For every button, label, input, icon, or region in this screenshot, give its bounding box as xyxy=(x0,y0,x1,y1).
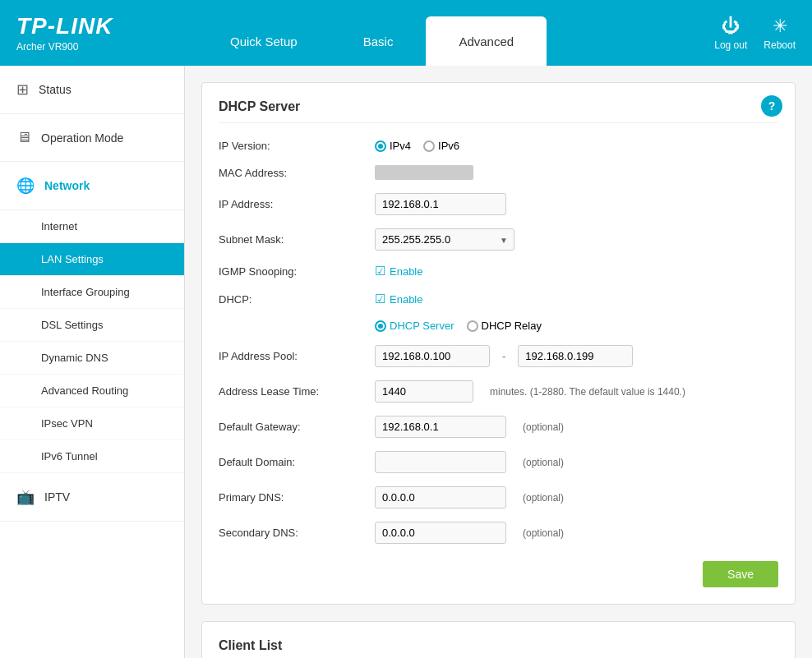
secondary-dns-value: (optional) xyxy=(375,522,564,544)
help-button[interactable]: ? xyxy=(761,95,782,117)
primary-dns-label: Primary DNS: xyxy=(219,491,375,504)
dhcp-mode-row: DHCP Server DHCP Relay xyxy=(219,320,778,332)
ipv6-label: IPv6 xyxy=(438,140,459,152)
dhcp-server-title: DHCP Server xyxy=(219,99,778,123)
secondary-dns-hint: (optional) xyxy=(523,527,564,539)
network-icon: 🌐 xyxy=(16,177,35,195)
ip-address-input[interactable] xyxy=(375,193,506,215)
dhcp-relay-radio-label[interactable]: DHCP Relay xyxy=(467,320,542,332)
sidebar-sub-item-ipsec-vpn[interactable]: IPsec VPN xyxy=(0,407,184,440)
mac-address-value xyxy=(375,165,473,180)
lease-time-value: minutes. (1-2880. The default value is 1… xyxy=(375,380,685,403)
default-gateway-label: Default Gateway: xyxy=(219,421,375,433)
dhcp-mode-options: DHCP Server DHCP Relay xyxy=(375,320,542,332)
ip-pool-end-input[interactable] xyxy=(518,345,633,367)
primary-dns-hint: (optional) xyxy=(523,492,564,504)
sidebar-sub-item-internet[interactable]: Internet xyxy=(0,210,184,243)
sidebar-sub-item-advanced-routing[interactable]: Advanced Routing xyxy=(0,375,184,407)
logout-button[interactable]: ⏻ Log out xyxy=(714,16,747,51)
header: TP-LINK Archer VR900 Quick Setup Basic A… xyxy=(0,0,812,66)
primary-dns-row: Primary DNS: (optional) xyxy=(219,486,778,508)
client-list-title: Client List xyxy=(219,638,778,658)
sidebar-item-network[interactable]: 🌐 Network xyxy=(0,162,184,210)
default-domain-input[interactable] xyxy=(375,451,506,473)
pool-dash: - xyxy=(498,350,510,362)
operation-mode-icon: 🖥 xyxy=(16,129,31,146)
dhcp-label: DHCP: xyxy=(219,293,375,306)
igmp-snooping-checkbox[interactable]: ☑ Enable xyxy=(375,264,422,278)
mac-address-label: MAC Address: xyxy=(219,167,375,179)
primary-dns-input[interactable] xyxy=(375,486,506,508)
dhcp-row: DHCP: ☑ Enable xyxy=(219,292,778,306)
tab-basic[interactable]: Basic xyxy=(330,16,427,66)
iptv-icon: 📺 xyxy=(16,488,35,506)
igmp-snooping-label: IGMP Snooping: xyxy=(219,265,375,278)
dhcp-relay-radio[interactable] xyxy=(467,320,478,332)
dhcp-server-option: DHCP Server xyxy=(390,320,454,332)
sidebar-item-label-status: Status xyxy=(39,83,72,96)
ipv6-radio-label[interactable]: IPv6 xyxy=(423,140,459,152)
sidebar-sub-item-dsl-settings[interactable]: DSL Settings xyxy=(0,309,184,342)
secondary-dns-input[interactable] xyxy=(375,522,506,544)
ipv4-radio[interactable] xyxy=(375,140,386,152)
igmp-snooping-text: Enable xyxy=(390,265,422,278)
dhcp-relay-option: DHCP Relay xyxy=(482,320,542,332)
secondary-dns-label: Secondary DNS: xyxy=(219,527,375,539)
mac-address-row: MAC Address: xyxy=(219,165,778,180)
sidebar-sub-item-interface-grouping[interactable]: Interface Grouping xyxy=(0,276,184,309)
sidebar-item-label-operation-mode: Operation Mode xyxy=(41,131,123,145)
sidebar-sub-item-dynamic-dns[interactable]: Dynamic DNS xyxy=(0,342,184,375)
default-gateway-hint: (optional) xyxy=(523,421,564,433)
primary-dns-value: (optional) xyxy=(375,486,564,508)
default-domain-row: Default Domain: (optional) xyxy=(219,451,778,473)
default-domain-hint: (optional) xyxy=(523,457,564,468)
subnet-mask-select[interactable]: 255.255.255.0 xyxy=(375,228,514,251)
dhcp-server-radio-label[interactable]: DHCP Server xyxy=(375,320,454,332)
save-row: Save xyxy=(219,557,778,587)
status-icon: ⊞ xyxy=(16,81,29,99)
tab-advanced[interactable]: Advanced xyxy=(426,16,547,66)
ip-version-row: IP Version: IPv4 IPv6 xyxy=(219,140,778,152)
main-layout: ⊞ Status 🖥 Operation Mode 🌐 Network Inte… xyxy=(0,66,812,658)
ip-pool-start-input[interactable] xyxy=(375,345,490,367)
sidebar-sub-item-ipv6-tunnel[interactable]: IPv6 Tunnel xyxy=(0,440,184,473)
nav-tabs: Quick Setup Basic Advanced xyxy=(197,0,714,66)
model-name: Archer VR900 xyxy=(16,41,197,53)
default-gateway-value: (optional) xyxy=(375,416,564,438)
ip-pool-row: IP Address Pool: - xyxy=(219,345,778,367)
ipv6-radio[interactable] xyxy=(423,140,435,152)
sidebar-sub-item-lan-settings[interactable]: LAN Settings xyxy=(0,243,184,276)
ipv4-radio-label[interactable]: IPv4 xyxy=(375,140,411,152)
content-area: DHCP Server ? IP Version: IPv4 IPv6 xyxy=(185,66,812,658)
lease-time-hint: minutes. (1-2880. The default value is 1… xyxy=(490,386,685,398)
sidebar-item-operation-mode[interactable]: 🖥 Operation Mode xyxy=(0,114,184,162)
dhcp-server-card: DHCP Server ? IP Version: IPv4 IPv6 xyxy=(201,82,796,605)
subnet-mask-label: Subnet Mask: xyxy=(219,233,375,246)
default-gateway-input[interactable] xyxy=(375,416,506,438)
default-domain-label: Default Domain: xyxy=(219,456,375,468)
dhcp-server-radio[interactable] xyxy=(375,320,386,332)
lease-time-input[interactable] xyxy=(375,380,473,403)
brand-logo: TP-LINK xyxy=(16,13,197,39)
save-button[interactable]: Save xyxy=(703,561,778,587)
reboot-label: Reboot xyxy=(764,39,796,51)
ip-address-label: IP Address: xyxy=(219,198,375,210)
sidebar-item-status[interactable]: ⊞ Status xyxy=(0,66,184,114)
dhcp-checkbox-icon: ☑ xyxy=(375,292,385,306)
ip-version-options: IPv4 IPv6 xyxy=(375,140,459,152)
header-actions: ⏻ Log out ✳ Reboot xyxy=(714,16,796,51)
tab-quick-setup[interactable]: Quick Setup xyxy=(197,16,330,66)
dhcp-checkbox-text: Enable xyxy=(390,293,422,306)
reboot-button[interactable]: ✳ Reboot xyxy=(764,16,796,51)
dhcp-checkbox[interactable]: ☑ Enable xyxy=(375,292,422,306)
igmp-snooping-row: IGMP Snooping: ☑ Enable xyxy=(219,264,778,278)
secondary-dns-row: Secondary DNS: (optional) xyxy=(219,522,778,544)
sidebar-item-label-network: Network xyxy=(44,179,90,192)
sidebar-item-iptv[interactable]: 📺 IPTV xyxy=(0,473,184,522)
ip-address-row: IP Address: xyxy=(219,193,778,215)
lease-time-label: Address Lease Time: xyxy=(219,385,375,398)
ip-pool-inputs: - xyxy=(375,345,633,367)
igmp-checkbox-icon: ☑ xyxy=(375,264,385,278)
lease-time-row: Address Lease Time: minutes. (1-2880. Th… xyxy=(219,380,778,403)
client-list-card: Client List Total Clients: 13 ↻ Refresh … xyxy=(201,621,796,658)
